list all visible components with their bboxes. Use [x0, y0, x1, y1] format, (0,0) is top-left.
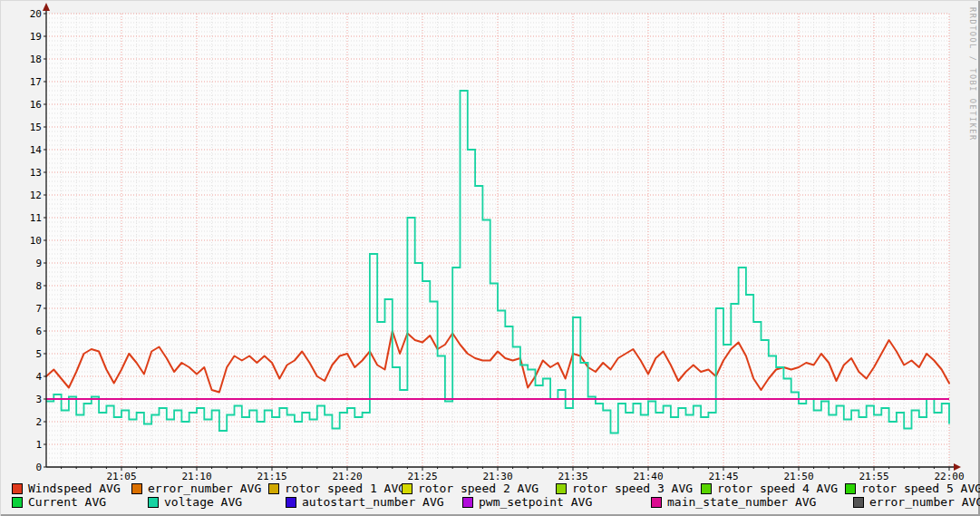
legend-label: rotor speed 2 AVG: [418, 482, 539, 495]
legend-item-current-avg: Current AVG: [12, 496, 106, 509]
legend-item-windspeed-avg: Windspeed AVG: [12, 482, 121, 495]
y-axis-tick-label: 4: [7, 371, 42, 383]
y-axis-tick-label: 14: [7, 144, 42, 156]
legend-label: pwm_setpoint AVG: [479, 496, 592, 509]
y-axis-tick-label: 8: [7, 280, 42, 292]
legend-color-swatch: [701, 483, 712, 494]
chart-plot-area: [0, 0, 980, 516]
y-axis-tick-label: 7: [7, 303, 42, 315]
y-axis-tick-label: 10: [7, 235, 42, 247]
y-axis-tick-label: 20: [7, 8, 42, 20]
y-axis-tick-label: 3: [7, 394, 42, 405]
watermark-text: RRDTOOL / TOBI OETIKER: [968, 7, 977, 141]
legend-color-swatch: [651, 497, 662, 508]
legend-color-swatch: [12, 497, 23, 508]
legend-label: rotor speed 1 AVG: [285, 482, 405, 495]
legend-color-swatch: [462, 497, 473, 508]
legend-item-main-state-number-avg: main_state_number AVG: [651, 496, 816, 509]
legend-color-swatch: [556, 483, 567, 494]
y-axis-tick-label: 6: [7, 326, 42, 337]
legend-item-rotor-speed-1-avg: rotor speed 1 AVG: [268, 482, 405, 495]
legend-label: rotor speed 4 AVG: [717, 482, 838, 495]
y-axis-tick-label: 17: [7, 76, 42, 88]
y-axis-tick-label: 13: [7, 167, 42, 179]
rrdtool-graph: 01234567891011121314151617181920 21:0521…: [0, 0, 980, 516]
y-axis-tick-label: 15: [7, 122, 42, 133]
legend-label: rotor speed 3 AVG: [572, 482, 693, 495]
legend-color-swatch: [845, 483, 856, 494]
y-axis-tick-label: 16: [7, 99, 42, 111]
legend-color-swatch: [853, 497, 864, 508]
legend-item-rotor-speed-2-avg: rotor speed 2 AVG: [402, 482, 539, 495]
legend-item-voltage-avg: voltage AVG: [148, 496, 242, 509]
legend-label: error_number AVG: [869, 496, 980, 509]
legend-label: error_number AVG: [148, 482, 261, 495]
y-axis-tick-label: 18: [7, 54, 42, 65]
y-axis-tick-label: 9: [7, 258, 42, 269]
legend-label: Current AVG: [28, 496, 106, 509]
legend-item-pwm-setpoint-avg: pwm_setpoint AVG: [462, 496, 592, 509]
legend-item-error-number-avg: error_number AVG: [853, 496, 980, 509]
legend-item-rotor-speed-5-avg: rotor speed 5 AVG: [845, 482, 980, 495]
legend-color-swatch: [268, 483, 279, 494]
legend-item-autostart-number-avg: autostart_number AVG: [286, 496, 444, 509]
y-axis-tick-label: 0: [7, 462, 42, 473]
legend-label: main_state_number AVG: [667, 496, 816, 509]
y-axis-tick-label: 5: [7, 348, 42, 360]
legend-label: autostart_number AVG: [302, 496, 444, 509]
legend-label: voltage AVG: [164, 496, 242, 509]
legend-color-swatch: [286, 497, 296, 508]
y-axis-tick-label: 1: [7, 439, 42, 451]
legend-label: Windspeed AVG: [28, 482, 121, 495]
legend-label: rotor speed 5 AVG: [861, 482, 980, 495]
y-axis-tick-label: 2: [7, 416, 42, 428]
legend-color-swatch: [402, 483, 412, 494]
legend-item-rotor-speed-4-avg: rotor speed 4 AVG: [701, 482, 838, 495]
legend-color-swatch: [12, 483, 23, 494]
legend-color-swatch: [131, 483, 142, 494]
legend-item-error-number-avg: error_number AVG: [131, 482, 261, 495]
y-axis-tick-label: 19: [7, 31, 42, 43]
y-axis-tick-label: 11: [7, 212, 42, 224]
legend-item-rotor-speed-3-avg: rotor speed 3 AVG: [556, 482, 693, 495]
y-axis-tick-label: 12: [7, 190, 42, 201]
legend-color-swatch: [148, 497, 159, 508]
